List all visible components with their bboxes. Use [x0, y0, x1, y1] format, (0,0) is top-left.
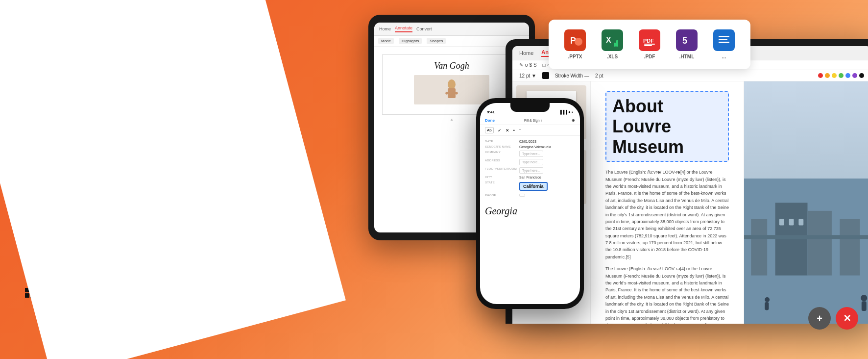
phone-toolbar: Done Fill & Sign ↑ ⊕: [480, 116, 580, 125]
phone-tools: Ab ✓ ✕ • ⁻: [480, 125, 580, 136]
color-dots: [818, 73, 864, 78]
svg-rect-1: [25, 288, 29, 292]
tablet-annotate-tab: Annotate: [395, 26, 412, 32]
hero-headline: PDF Tasks Made Easy: [24, 82, 269, 149]
app-logo-icon: [24, 20, 58, 53]
svg-rect-2: [30, 288, 35, 292]
free-download-button[interactable]: Free Download: [24, 235, 179, 270]
floor-label: FLOOR/SUITE/ROOM: [485, 167, 519, 174]
address-label: ADDRESS: [485, 159, 519, 165]
phone-input[interactable]: [519, 194, 525, 197]
xls-label: .XLS: [607, 54, 618, 59]
sender-value: Georgina Valenzuela: [519, 145, 551, 149]
tablet-doc-title: Van Gogh: [388, 61, 515, 71]
form-floor-row: FLOOR/SUITE/ROOM Type here...: [485, 167, 575, 174]
mode-btn[interactable]: Mode: [378, 38, 394, 44]
svg-rect-38: [798, 219, 803, 225]
article-body-2: The Louvre (English: /lu:vrə/ LOOV-rə[4]…: [605, 265, 729, 324]
phone-notch: [510, 103, 550, 112]
download-button-label: Free Download: [67, 245, 158, 260]
svg-rect-17: [719, 36, 729, 37]
tool-x[interactable]: ✕: [506, 128, 509, 133]
svg-text:X: X: [606, 36, 611, 44]
louvre-image: [744, 81, 868, 324]
apple-icon: [151, 287, 162, 298]
tablet-home-tab: Home: [379, 26, 391, 31]
corner-close-button[interactable]: ✕: [836, 307, 858, 330]
corner-buttons: + ✕: [808, 307, 858, 330]
macos-label: macOS: [105, 288, 133, 298]
fontsize-label: 12 pt ▼: [519, 73, 536, 78]
form-date-row: DATE 02/01/2023: [485, 140, 575, 143]
form-address-row: ADDRESS Type here...: [485, 159, 575, 165]
phone-label: PHONE: [485, 194, 519, 197]
floor-input[interactable]: Type here...: [519, 167, 543, 174]
tool-line[interactable]: ⁻: [519, 128, 521, 133]
platform-macos: macOS: [91, 287, 133, 298]
signature-area: Georgia: [480, 203, 580, 219]
article-body-1: The Louvre (English: /luːvrə/ LOOV-rə[4]…: [605, 169, 729, 260]
svg-rect-12: [616, 40, 618, 47]
format-pdf: PDF .PDF: [631, 26, 668, 63]
tool-check[interactable]: ✓: [498, 128, 502, 133]
extra-label: ...: [722, 54, 726, 59]
svg-rect-29: [744, 235, 868, 239]
format-html: 5 .HTML: [668, 26, 705, 63]
company-label: COMPANY: [485, 151, 519, 157]
format-pills-bar: P .PPTX X .XLS: [549, 20, 750, 69]
article-title: AboutLouvre Museum: [605, 91, 729, 162]
svg-rect-14: [644, 44, 655, 45]
phone-form: DATE 02/01/2023 SENDER'S NAME Georgina V…: [480, 136, 580, 203]
sky: [744, 81, 868, 190]
address-input[interactable]: Type here...: [519, 159, 543, 165]
color-swatch[interactable]: [542, 72, 549, 79]
stroke-label: Stroke Width —: [555, 73, 589, 78]
laptop-right-image: [744, 81, 868, 324]
format-extra: ...: [705, 26, 743, 63]
svg-rect-24: [751, 219, 767, 275]
html-label: .HTML: [679, 54, 695, 59]
format-xls: X .XLS: [594, 26, 631, 63]
phone-done-btn[interactable]: Done: [485, 118, 495, 123]
pdf-icon: PDF: [639, 29, 660, 51]
tool-dot[interactable]: •: [513, 128, 515, 133]
tool-ab[interactable]: Ab: [485, 127, 494, 133]
phone-fill-sign: Fill & Sign ↑: [524, 119, 542, 122]
louvre-building: [744, 179, 868, 324]
windows-icon: [24, 287, 35, 298]
xls-icon: X: [602, 29, 623, 51]
corner-plus-button[interactable]: +: [808, 307, 831, 330]
svg-point-34: [861, 295, 867, 301]
macos-icon: [91, 287, 101, 298]
phone-share-icon[interactable]: ⊕: [572, 118, 575, 123]
shapes-btn[interactable]: Shapes: [427, 38, 446, 44]
svg-rect-36: [779, 219, 784, 225]
platform-ios: iOS: [151, 287, 179, 298]
form-city-row: CITY San Francisco: [485, 176, 575, 179]
tablet-toolbar: Home Annotate Convert: [374, 23, 529, 36]
svg-rect-27: [840, 219, 860, 275]
pptx-icon: P: [564, 29, 586, 51]
platform-windows: Windows: [24, 287, 73, 298]
left-panel: PDFgear PDF Tasks Made Easy Read, edit, …: [0, 0, 294, 359]
app-name: PDFgear: [65, 26, 140, 47]
sender-label: SENDER'S NAME: [485, 145, 519, 149]
stroke-value: 2 pt: [595, 73, 603, 78]
extra-format-icon: [713, 29, 735, 51]
download-icon: [46, 245, 61, 259]
tablet-convert-tab: Convert: [416, 26, 432, 31]
svg-rect-26: [808, 210, 832, 275]
svg-rect-3: [25, 293, 29, 298]
state-highlighted-value[interactable]: California: [519, 182, 548, 191]
highlights-btn[interactable]: Highlights: [399, 38, 422, 44]
company-input[interactable]: Type here...: [519, 151, 543, 157]
form-sender-row: SENDER'S NAME Georgina Valenzuela: [485, 145, 575, 149]
right-panel: P .PPTX X .XLS: [329, 0, 868, 359]
signature-text: Georgia: [485, 205, 517, 216]
svg-rect-37: [789, 219, 794, 225]
form-phone-row: PHONE: [485, 194, 575, 197]
form-state-row: STATE California: [485, 181, 575, 192]
city-value: San Francisco: [519, 176, 541, 179]
phone-mockup: 9:41 ▐▐▐ ● ▪ Done Fill & Sign ↑ ⊕ Ab ✓ ✕…: [476, 98, 584, 309]
page-wrapper: PDFgear PDF Tasks Made Easy Read, edit, …: [0, 0, 868, 359]
